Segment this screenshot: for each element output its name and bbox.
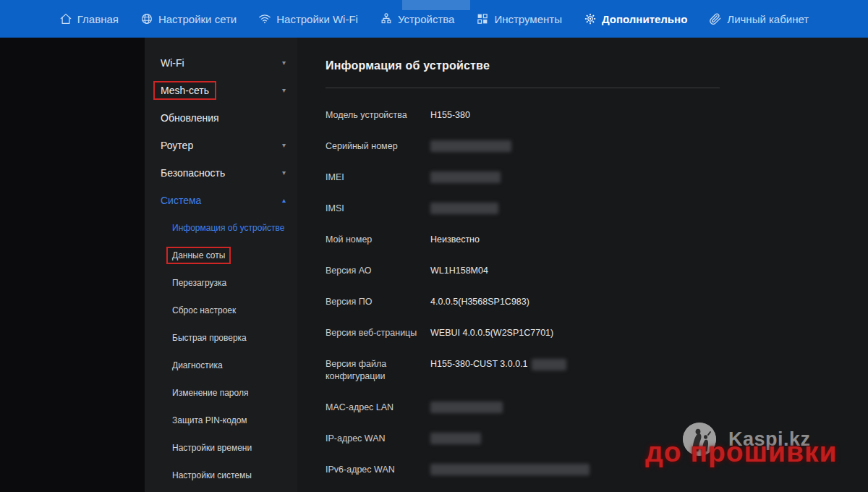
info-row-lan-mac: MAC-адрес LAN	[326, 392, 731, 423]
info-row-software-version: Версия ПО4.0.0.5(H3568SP1C983)	[326, 287, 731, 318]
info-value	[430, 140, 511, 152]
sidebar-subitem-system-settings[interactable]: Настройки системы	[145, 462, 297, 489]
info-row-config-file-version: Версия файла конфигурацииH155-380-CUST 3…	[326, 349, 731, 392]
globe-icon	[140, 12, 153, 25]
info-value: WEBUI 4.0.0.5(W2SP1C7701)	[430, 327, 553, 339]
redacted-value-blur	[430, 464, 590, 475]
sidebar-subitem-diagnostics[interactable]: Диагностика	[145, 352, 297, 379]
red-annotation-box: Данные соты	[166, 247, 231, 264]
info-label: Версия веб-страницы	[326, 327, 430, 339]
info-label: IMSI	[326, 203, 430, 215]
info-value-text: WL1H158M04	[430, 265, 488, 277]
nav-item-label: Инструменты	[494, 13, 562, 25]
nav-item-tools[interactable]: Инструменты	[476, 12, 562, 25]
info-value-text: Неизвестно	[430, 234, 480, 246]
nav-item-label: Личный кабинет	[727, 13, 809, 25]
info-row-wan-ipv6: IPv6-адрес WAN	[326, 454, 731, 485]
gear-icon	[584, 12, 597, 25]
sidebar-item-security[interactable]: Безопасность▾	[145, 159, 297, 187]
wifi-icon	[258, 12, 271, 25]
nav-item-label: Настройки Wi-Fi	[276, 13, 358, 25]
sidebar-subitem-reset[interactable]: Сброс настроек	[145, 297, 297, 324]
info-value	[430, 203, 498, 214]
sidebar-item-label: Безопасность	[161, 167, 225, 179]
info-row-webui-version: Версия веб-страницыWEBUI 4.0.0.5(W2SP1C7…	[326, 318, 731, 349]
nav-item-wifi-settings[interactable]: Настройки Wi-Fi	[258, 12, 358, 25]
sidebar-item-label: Wi-Fi	[161, 57, 184, 69]
sidebar-subitem-label: Настройки системы	[172, 470, 252, 480]
sidebar-subitem-change-password[interactable]: Изменение пароля	[145, 379, 297, 407]
sidebar-subitem-pin-protection[interactable]: Защита PIN-кодом	[145, 407, 297, 434]
info-label: IP-адрес WAN	[326, 433, 430, 445]
redacted-value-blur	[430, 203, 498, 214]
info-label: IPv6-адрес WAN	[326, 464, 430, 476]
sidebar-item-router[interactable]: Роутер▾	[145, 132, 297, 159]
red-annotation-box: Mesh-сеть	[153, 81, 216, 100]
sidebar-subitem-time-settings[interactable]: Настройки времени	[145, 434, 297, 462]
info-value-text: WEBUI 4.0.0.5(W2SP1C7701)	[430, 327, 553, 339]
sidebar-subitem-quick-check[interactable]: Быстрая проверка	[145, 324, 297, 352]
device-info-panel: Информация об устройстве Модель устройст…	[297, 38, 868, 492]
chevron-down-icon: ▾	[282, 169, 286, 177]
info-row-imei: IMEI	[326, 162, 731, 193]
nav-item-home[interactable]: Главная	[59, 12, 119, 25]
sidebar-subitem-label: Диагностика	[172, 360, 223, 370]
page-title: Информация об устройстве	[326, 59, 868, 72]
sidebar-subitem-device-info[interactable]: Информация об устройстве	[145, 214, 297, 242]
redacted-value-blur	[430, 171, 501, 183]
info-value	[430, 171, 501, 183]
info-value: 4.0.0.5(H3568SP1C983)	[430, 296, 529, 308]
sidebar-item-label: Обновления	[161, 112, 219, 124]
nav-item-label: Устройства	[398, 13, 454, 25]
sidebar-item-system[interactable]: Система▴	[145, 187, 297, 214]
info-row-hardware-version: Версия АОWL1H158M04	[326, 255, 731, 287]
info-label: Версия АО	[326, 265, 430, 277]
redacted-value-blur	[532, 359, 566, 370]
devices-icon	[380, 12, 393, 25]
nav-item-label: Настройки сети	[158, 13, 237, 25]
info-row-serial-number: Серийный номер	[326, 131, 731, 162]
info-value: H155-380-CUST 3.0.0.1	[430, 358, 566, 370]
sidebar-subitem-label: Изменение пароля	[172, 388, 248, 398]
sidebar-subitem-label: Сброс настроек	[172, 305, 236, 315]
nav-item-account[interactable]: Личный кабинет	[709, 12, 809, 25]
chevron-down-icon: ▾	[282, 142, 286, 149]
nav-item-devices[interactable]: Устройства	[380, 12, 454, 25]
redacted-value-blur	[430, 433, 481, 444]
info-value: Неизвестно	[430, 234, 480, 246]
home-icon	[59, 12, 72, 25]
info-row-device-model: Модель устройстваH155-380	[326, 100, 731, 131]
info-value-text: H155-380	[430, 109, 470, 122]
info-row-my-number: Мой номерНеизвестно	[326, 224, 731, 255]
nav-item-advanced[interactable]: Дополнительно	[584, 12, 687, 25]
info-label: IMEI	[326, 171, 430, 184]
nav-item-network-settings[interactable]: Настройки сети	[140, 12, 237, 25]
sidebar-item-label: Роутер	[161, 140, 193, 151]
info-label: Серийный номер	[326, 140, 430, 153]
chevron-down-icon: ▾	[282, 59, 286, 67]
sidebar-subitem-label: Перезагрузка	[172, 278, 226, 288]
info-value: WL1H158M04	[430, 265, 488, 277]
sidebar-item-label: Система	[161, 195, 201, 206]
nav-item-label: Дополнительно	[602, 13, 687, 25]
title-divider	[326, 88, 720, 88]
sidebar-item-mesh[interactable]: Mesh-сеть▾	[145, 77, 297, 104]
nav-item-label: Главная	[77, 13, 119, 25]
info-row-imsi: IMSI	[326, 193, 731, 224]
chevron-up-icon: ▴	[282, 197, 286, 204]
sidebar-subitem-reboot[interactable]: Перезагрузка	[145, 269, 297, 297]
sidebar-subitem-cell-data[interactable]: Данные соты	[145, 242, 297, 269]
grid-icon	[476, 12, 489, 25]
device-info-table: Модель устройстваH155-380Серийный номерI…	[326, 100, 731, 485]
info-label: Мой номер	[326, 234, 430, 246]
info-label: MAC-адрес LAN	[326, 402, 430, 414]
redacted-value-blur	[430, 402, 503, 413]
sidebar-item-label: Mesh-сеть	[161, 85, 209, 96]
chevron-down-icon: ▾	[282, 87, 286, 94]
info-row-wan-ip: IP-адрес WAN	[326, 423, 731, 454]
info-value	[430, 464, 590, 475]
sidebar-subitem-label: Информация об устройстве	[172, 223, 285, 233]
sidebar-item-wifi[interactable]: Wi-Fi▾	[145, 49, 297, 77]
top-navigation-bar: ГлавнаяНастройки сетиНастройки Wi-FiУстр…	[0, 0, 868, 38]
sidebar-item-updates[interactable]: Обновления	[145, 104, 297, 132]
